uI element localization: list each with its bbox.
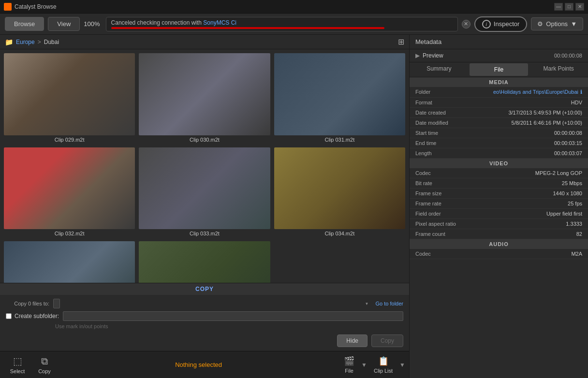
audio-codec-val: M2A	[473, 251, 582, 257]
meta-row-frame-size: Frame size 1440 x 1080	[410, 189, 588, 199]
codec-key: Codec	[415, 170, 473, 176]
media-section-header: MEDIA	[410, 77, 588, 87]
codec-val: MPEG-2 Long GOP	[473, 170, 582, 176]
notification-link[interactable]: SonyMCS Ci	[203, 19, 236, 26]
folder-icon: 📁	[5, 38, 13, 46]
goto-folder-link[interactable]: Go to folder	[376, 301, 403, 306]
metadata-title: Metadata	[415, 38, 441, 45]
folder-info-icon[interactable]: ℹ	[580, 89, 582, 95]
clip-item-032[interactable]: Clip 032.m2t	[4, 147, 135, 238]
app-icon	[4, 3, 12, 11]
tab-file[interactable]: File	[470, 63, 529, 76]
clip-item-033[interactable]: Clip 033.m2t	[139, 147, 270, 238]
clip-list-button[interactable]: 📋 Clip List	[369, 354, 397, 376]
meta-row-end-time: End time 00:00:03:15	[410, 138, 588, 148]
breadcrumb: 📁 Europe > Dubai ⊞	[0, 35, 409, 49]
length-val: 00:00:03:07	[473, 150, 582, 156]
meta-row-field-order: Field order Upper field first	[410, 209, 588, 219]
close-button[interactable]: ✕	[575, 3, 584, 11]
end-time-key: End time	[415, 140, 473, 146]
maximize-button[interactable]: □	[565, 3, 573, 11]
clip-thumb-035	[4, 241, 135, 283]
bottom-bar: ⬚ Select ⧉ Copy Nothing selected 🎬 File …	[0, 351, 409, 378]
main-area: 📁 Europe > Dubai ⊞ Clip 029.m2t C	[0, 35, 588, 378]
subfolder-input[interactable]	[63, 311, 403, 321]
file-dropdown-arrow[interactable]: ▼	[361, 362, 367, 368]
file-button[interactable]: 🎬 File	[339, 354, 359, 376]
clip-thumb-031	[274, 53, 405, 135]
copy-header: COPY	[0, 283, 409, 295]
mark-points-label: Use mark in/out points	[55, 323, 108, 329]
folder-key: Folder	[415, 89, 473, 95]
select-bottom-button[interactable]: ⬚ Select	[4, 353, 31, 376]
copy-files-label: Copy 0 files to:	[6, 301, 49, 306]
meta-row-pixel-aspect: Pixel aspect ratio 1.3333	[410, 219, 588, 229]
copy-icon: ⧉	[41, 356, 48, 367]
preview-row: ▶ Preview 00:00:00:08	[410, 49, 588, 62]
select-label: Select	[10, 368, 25, 374]
frame-size-val: 1440 x 1080	[473, 190, 582, 196]
clip-item-031[interactable]: Clip 031.m2t	[274, 53, 405, 144]
start-time-key: Start time	[415, 130, 473, 136]
mark-points-row: Use mark in/out points	[6, 323, 403, 330]
meta-row-audio-codec: Codec M2A	[410, 249, 588, 259]
preview-expand-arrow[interactable]: ▶	[415, 52, 420, 59]
nothing-selected-text: Nothing selected	[58, 361, 339, 368]
clip-thumb-032	[4, 147, 135, 230]
view-button[interactable]: View	[48, 17, 80, 31]
breadcrumb-europe[interactable]: Europe	[16, 39, 35, 45]
date-modified-val: 5/8/2011 6:46:16 PM (+10:00)	[473, 120, 582, 126]
copy-bottom-label: Copy	[38, 368, 51, 374]
date-created-key: Date created	[415, 110, 473, 116]
video-section-header: VIDEO	[410, 159, 588, 168]
clip-label-031: Clip 031.m2t	[274, 135, 405, 144]
subfolder-label: Create subfolder:	[15, 313, 59, 320]
preview-label: Preview	[423, 52, 443, 59]
meta-row-frame-rate: Frame rate 25 fps	[410, 199, 588, 209]
copy-button[interactable]: Copy	[371, 334, 403, 347]
start-time-val: 00:00:00:08	[473, 130, 582, 136]
clip-label-034: Clip 034.m2t	[274, 229, 405, 237]
clip-item-029[interactable]: Clip 029.m2t	[4, 53, 135, 144]
copy-destination-select[interactable]	[53, 299, 60, 308]
meta-row-format: Format HDV	[410, 98, 588, 108]
meta-row-bit-rate: Bit rate 25 Mbps	[410, 178, 588, 189]
inspector-icon: i	[482, 20, 491, 29]
minimize-button[interactable]: —	[554, 3, 563, 11]
browse-button[interactable]: Browse	[5, 17, 44, 31]
pixel-aspect-val: 1.3333	[473, 221, 582, 227]
subfolder-row: Create subfolder:	[6, 311, 403, 321]
pixel-aspect-key: Pixel aspect ratio	[415, 221, 473, 227]
copy-section: COPY Copy 0 files to: Go to folder Creat…	[0, 283, 409, 351]
file-icon: 🎬	[344, 356, 354, 366]
date-created-val: 3/17/2013 5:49:53 PM (+10:00)	[473, 110, 582, 116]
field-order-key: Field order	[415, 211, 473, 217]
clip-label-032: Clip 032.m2t	[4, 229, 135, 237]
subfolder-checkbox-label: Create subfolder:	[6, 313, 59, 320]
zoom-level: 100%	[84, 20, 100, 28]
copy-bottom-button[interactable]: ⧉ Copy	[31, 354, 58, 376]
clip-item-035[interactable]: Clip 035.m2t	[4, 241, 135, 283]
inspector-button[interactable]: i Inspector	[474, 16, 527, 32]
tab-mark-points[interactable]: Mark Points	[529, 62, 588, 77]
breadcrumb-separator: >	[38, 39, 41, 45]
clip-thumb-029	[4, 53, 135, 135]
tab-summary[interactable]: Summary	[410, 62, 469, 77]
clip-list-dropdown-arrow[interactable]: ▼	[399, 362, 405, 368]
view-toggle-button[interactable]: ⊞	[398, 37, 404, 46]
subfolder-checkbox[interactable]	[6, 313, 12, 319]
hide-button[interactable]: Hide	[337, 334, 368, 347]
titlebar: Catalyst Browse — □ ✕	[0, 0, 588, 14]
meta-row-start-time: Start time 00:00:00:08	[410, 128, 588, 138]
breadcrumb-dubai: Dubai	[44, 39, 59, 45]
options-icon: ⚙	[537, 20, 543, 28]
notification-close-button[interactable]: ✕	[462, 20, 470, 29]
clip-thumb-033	[139, 147, 270, 230]
options-button[interactable]: ⚙ Options ▼	[531, 17, 583, 30]
inspector-label: Inspector	[494, 20, 519, 28]
clip-item-036[interactable]: Clip 036.m2t	[139, 241, 270, 283]
main-toolbar: Browse View 100% Canceled checking conne…	[0, 14, 588, 35]
clip-item-030[interactable]: Clip 030.m2t	[139, 53, 270, 144]
clip-item-034[interactable]: Clip 034.m2t	[274, 147, 405, 238]
frame-count-key: Frame count	[415, 231, 473, 237]
